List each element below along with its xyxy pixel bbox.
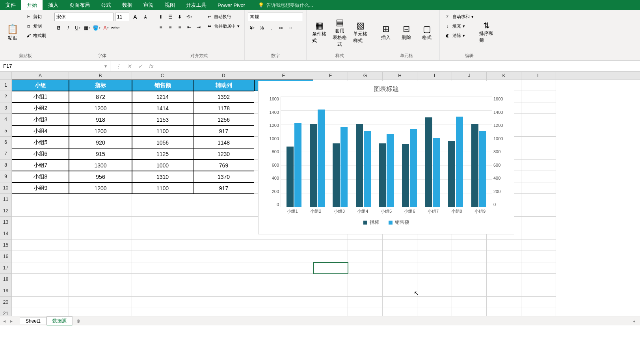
cell-E17[interactable] — [254, 262, 313, 274]
cell-L1[interactable] — [521, 80, 556, 91]
bar-group-小组4[interactable] — [355, 124, 372, 207]
cell-A2[interactable]: 小组1 — [12, 91, 69, 102]
cell-A11[interactable] — [12, 194, 69, 205]
col-header-B[interactable]: B — [69, 72, 132, 79]
menu-dev[interactable]: 开发工具 — [180, 0, 212, 10]
cell-F19[interactable] — [313, 285, 348, 297]
row-header-13[interactable]: 13 — [0, 217, 12, 228]
confirm-fn-button[interactable]: ✓ — [136, 62, 145, 70]
cell-B20[interactable] — [69, 297, 132, 308]
cell-B18[interactable] — [69, 274, 132, 285]
bar-group-小组8[interactable] — [447, 117, 464, 207]
legend-销售额[interactable]: 销售额 — [389, 219, 409, 226]
cell-A14[interactable] — [12, 228, 69, 240]
fill-button[interactable]: ↓填充 ▾ — [443, 22, 475, 30]
cell-L6[interactable] — [521, 137, 556, 148]
align-right-button[interactable]: ≡ — [175, 23, 184, 32]
cell-J20[interactable] — [452, 297, 487, 308]
font-color-button[interactable]: A — [102, 24, 110, 32]
cell-L3[interactable] — [521, 102, 556, 114]
autosum-button[interactable]: Σ自动求和 ▾ — [443, 13, 475, 20]
cell-D14[interactable] — [193, 228, 254, 240]
fx-button[interactable]: fx — [147, 62, 156, 70]
delete-cells-button[interactable]: ⊟删除 — [397, 13, 416, 52]
cell-D8[interactable]: 769 — [193, 160, 254, 171]
bar-销售额-小组4[interactable] — [364, 131, 371, 207]
cell-J18[interactable] — [452, 274, 487, 285]
bar-销售额-小组7[interactable] — [433, 138, 440, 207]
sort-filter-button[interactable]: ⇅排序和筛 — [477, 13, 496, 52]
merge-center-button[interactable]: ⬌合并后居中 ▾ — [205, 22, 241, 30]
row-header-2[interactable]: 2 — [0, 91, 12, 102]
tab-nav-prev[interactable]: ◂ — [3, 318, 9, 324]
copy-button[interactable]: ⧉复制 — [24, 22, 48, 30]
cell-C1[interactable]: 销售额 — [132, 80, 193, 91]
cell-C17[interactable] — [132, 262, 193, 274]
bar-指标-小组1[interactable] — [287, 147, 294, 207]
cell-L12[interactable] — [521, 205, 556, 217]
cell-A18[interactable] — [12, 274, 69, 285]
cell-L10[interactable] — [521, 182, 556, 194]
cell-E15[interactable] — [254, 240, 313, 251]
cell-B21[interactable] — [69, 308, 132, 316]
cell-A9[interactable]: 小组8 — [12, 171, 69, 182]
align-center-button[interactable]: ≡ — [166, 23, 175, 32]
cell-G15[interactable] — [348, 240, 383, 251]
menu-page-layout[interactable]: 页面布局 — [64, 0, 95, 10]
menu-file[interactable]: 文件 — [0, 0, 21, 10]
cell-B4[interactable]: 918 — [69, 114, 132, 125]
indent-dec-button[interactable]: ⇤ — [185, 23, 193, 32]
cell-C11[interactable] — [132, 194, 193, 205]
row-header-10[interactable]: 10 — [0, 182, 12, 194]
row-header-16[interactable]: 16 — [0, 251, 12, 262]
cell-A4[interactable]: 小组3 — [12, 114, 69, 125]
cell-B19[interactable] — [69, 285, 132, 297]
cell-I15[interactable] — [417, 240, 452, 251]
align-bottom-button[interactable]: ⬇ — [175, 13, 184, 21]
cell-D21[interactable] — [193, 308, 254, 316]
menu-view[interactable]: 视图 — [159, 0, 180, 10]
cell-F16[interactable] — [313, 251, 348, 262]
cell-J15[interactable] — [452, 240, 487, 251]
increase-font-button[interactable]: A — [131, 13, 140, 21]
cell-H18[interactable] — [383, 274, 417, 285]
cell-L9[interactable] — [521, 171, 556, 182]
cell-I21[interactable] — [417, 308, 452, 316]
cell-C2[interactable]: 1214 — [132, 91, 193, 102]
cell-L13[interactable] — [521, 217, 556, 228]
row-header-17[interactable]: 17 — [0, 262, 12, 274]
cell-D19[interactable] — [193, 285, 254, 297]
col-header-E[interactable]: E — [254, 72, 313, 79]
hscroll-left[interactable]: ◂ — [628, 318, 640, 324]
cell-D6[interactable]: 1148 — [193, 137, 254, 148]
cell-C20[interactable] — [132, 297, 193, 308]
menu-home[interactable]: 开始 — [21, 0, 43, 10]
cell-C5[interactable]: 1100 — [132, 125, 193, 137]
cell-L16[interactable] — [521, 251, 556, 262]
col-header-C[interactable]: C — [132, 72, 193, 79]
row-header-14[interactable]: 14 — [0, 228, 12, 240]
cell-I18[interactable] — [417, 274, 452, 285]
bar-指标-小组4[interactable] — [356, 124, 363, 207]
row-header-8[interactable]: 8 — [0, 160, 12, 171]
cell-A21[interactable] — [12, 308, 69, 316]
cell-A7[interactable]: 小组6 — [12, 148, 69, 160]
cell-D3[interactable]: 1178 — [193, 102, 254, 114]
bar-指标-小组3[interactable] — [333, 143, 340, 207]
cell-F15[interactable] — [313, 240, 348, 251]
bar-group-小组5[interactable] — [378, 134, 394, 207]
col-header-A[interactable]: A — [12, 72, 69, 79]
row-header-19[interactable]: 19 — [0, 285, 12, 297]
row-header-15[interactable]: 15 — [0, 240, 12, 251]
cell-E19[interactable] — [254, 285, 313, 297]
bar-group-小组6[interactable] — [401, 129, 418, 207]
cell-E20[interactable] — [254, 297, 313, 308]
number-format-select[interactable] — [248, 13, 303, 21]
phonetic-button[interactable]: wén — [111, 24, 120, 32]
cell-C9[interactable]: 1310 — [132, 171, 193, 182]
cell-B7[interactable]: 915 — [69, 148, 132, 160]
cell-C13[interactable] — [132, 217, 193, 228]
menu-data[interactable]: 数据 — [117, 0, 138, 10]
format-painter-button[interactable]: 🖌格式刷 — [24, 32, 48, 39]
cell-I17[interactable] — [417, 262, 452, 274]
